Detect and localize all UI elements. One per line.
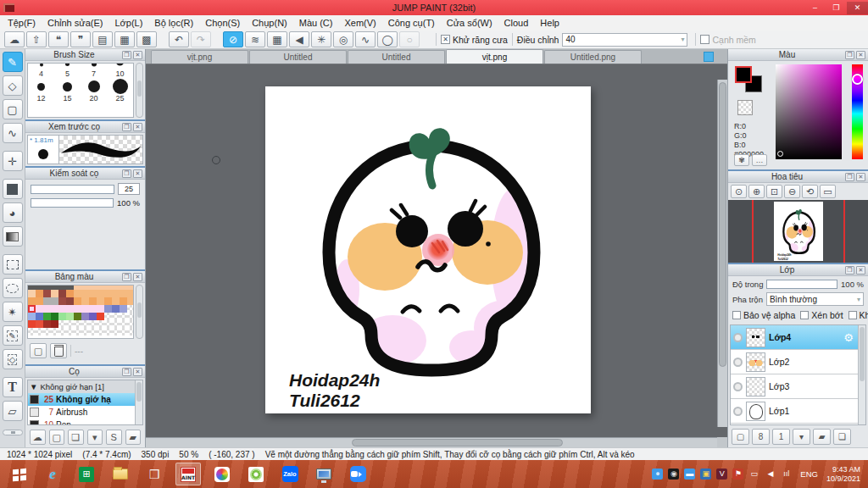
palette-swatch[interactable]: [97, 320, 104, 328]
camera-tray-icon[interactable]: ◉: [668, 469, 679, 480]
palette-swatch[interactable]: [112, 328, 120, 336]
popout-icon[interactable]: ❐: [122, 123, 131, 131]
brush-size-cell[interactable]: [107, 64, 133, 69]
layer-menu-arrow-icon[interactable]: ▾: [793, 429, 810, 445]
palette-swatch[interactable]: [127, 297, 134, 305]
fit-screen-icon[interactable]: ⊡: [766, 185, 782, 198]
power-tray-icon[interactable]: ▭: [748, 469, 760, 480]
new-swatch-icon[interactable]: ▢: [30, 343, 47, 358]
move-tool[interactable]: ✛: [3, 151, 23, 171]
palette-swatch[interactable]: [127, 328, 134, 336]
palette-swatch[interactable]: [28, 297, 36, 305]
tab-scroll-button[interactable]: [704, 52, 714, 62]
menu-item[interactable]: Cloud: [498, 18, 535, 28]
brush-size-scrollbar[interactable]: [136, 63, 143, 118]
canvas-paper[interactable]: [265, 86, 591, 413]
add-8bit-layer-icon[interactable]: 8: [752, 429, 770, 445]
zoom-actual-icon[interactable]: ⊙: [731, 185, 747, 198]
palette-swatch[interactable]: [97, 313, 104, 320]
palette-swatch[interactable]: [66, 297, 74, 305]
grid-snap-icon[interactable]: ▦: [267, 31, 287, 47]
brush-size-cell[interactable]: [28, 79, 54, 94]
palette-swatch[interactable]: [74, 297, 81, 305]
brush-menu-arrow-icon[interactable]: ▾: [87, 430, 103, 445]
palette-swatch[interactable]: [89, 290, 97, 297]
adjust-dropdown[interactable]: 40 ▾: [562, 33, 687, 47]
document-icon[interactable]: ▤: [92, 31, 113, 47]
restore-button[interactable]: ❐: [826, 2, 847, 14]
canvas-tab[interactable]: Untitled: [348, 50, 445, 64]
gear-icon[interactable]: ⚙: [843, 331, 854, 344]
brush-row[interactable]: 25Không giớ hạ: [28, 393, 135, 406]
menu-item[interactable]: Tệp(F): [2, 18, 42, 28]
brush-tool[interactable]: ✎: [3, 52, 23, 72]
palette-swatch[interactable]: [104, 290, 112, 297]
palette-swatch[interactable]: [112, 305, 120, 313]
palette-swatch[interactable]: [36, 320, 43, 328]
polyline-tool[interactable]: ∿: [3, 123, 23, 143]
brush-group-row[interactable]: ▼ Không giớ hạn [1]: [28, 380, 135, 393]
layer-visibility-toggle[interactable]: [733, 382, 743, 391]
brush-list-scrollbar[interactable]: [135, 380, 142, 424]
palette-swatch[interactable]: [66, 313, 74, 320]
cloud-icon[interactable]: ☁: [4, 31, 25, 47]
annotation-icon[interactable]: ❞: [70, 31, 91, 47]
transparent-color-swatch[interactable]: [737, 100, 753, 115]
palette-swatch[interactable]: [43, 320, 51, 328]
palette-swatch[interactable]: [120, 328, 127, 336]
palette-swatch[interactable]: [127, 320, 134, 328]
folder-icon[interactable]: ▰: [125, 430, 142, 445]
close-icon[interactable]: ✕: [856, 173, 865, 181]
menu-item[interactable]: Công cụ(T): [382, 18, 441, 28]
palette-swatch[interactable]: [66, 305, 74, 313]
vanishing-point-icon[interactable]: ◀: [289, 31, 309, 47]
palette-swatch[interactable]: [36, 328, 43, 336]
devices[interactable]: ❒: [142, 463, 167, 485]
palette-swatch[interactable]: [97, 290, 104, 297]
comment-icon[interactable]: ❝: [48, 31, 69, 47]
palette-swatch[interactable]: [28, 305, 36, 313]
palette-swatch[interactable]: [74, 290, 81, 297]
palette-swatch[interactable]: [120, 320, 127, 328]
brush-size-slider[interactable]: [31, 185, 114, 194]
palette-swatch[interactable]: [28, 320, 36, 328]
brush-size-value[interactable]: 25: [118, 183, 140, 195]
select-rect-tool[interactable]: [3, 254, 23, 274]
close-icon[interactable]: ✕: [133, 51, 142, 59]
popout-icon[interactable]: ❐: [122, 368, 131, 376]
palette-swatch[interactable]: [58, 290, 66, 297]
layer-visibility-toggle[interactable]: [733, 407, 743, 416]
palette-swatch[interactable]: [58, 328, 66, 336]
layer-visibility-toggle[interactable]: [733, 358, 743, 367]
palette-swatch[interactable]: [81, 320, 89, 328]
brush-size-cell[interactable]: [81, 64, 107, 69]
popout-icon[interactable]: ❐: [845, 173, 854, 181]
menu-item[interactable]: Chụp(N): [246, 18, 293, 28]
fill-rect-tool[interactable]: [3, 179, 23, 199]
palette-swatch[interactable]: [120, 313, 127, 320]
popout-icon[interactable]: ❐: [122, 273, 131, 281]
palette-swatch[interactable]: [112, 320, 120, 328]
menu-item[interactable]: Màu (C): [293, 18, 339, 28]
menu-item[interactable]: Chọn(S): [199, 18, 246, 28]
chat-tray-icon[interactable]: ▬: [684, 469, 695, 480]
menu-item[interactable]: Chỉnh sửa(E): [42, 18, 108, 28]
network-tray-icon[interactable]: ııl: [781, 469, 792, 480]
popout-icon[interactable]: ❐: [122, 169, 131, 178]
zoom-app[interactable]: [345, 463, 370, 485]
layer-visibility-toggle[interactable]: [733, 333, 743, 342]
palette-swatch[interactable]: [58, 320, 66, 328]
palette-swatch[interactable]: [104, 313, 112, 320]
palette-swatch[interactable]: [89, 313, 97, 320]
clipping-checkbox[interactable]: Xén bớt: [800, 310, 843, 320]
palette-swatch[interactable]: [66, 320, 74, 328]
select-pen-tool[interactable]: ✎: [3, 325, 23, 346]
v-app-tray-icon[interactable]: V: [716, 469, 727, 480]
palette-swatch[interactable]: [89, 305, 97, 313]
close-icon[interactable]: ✕: [133, 169, 142, 178]
canvas-tab[interactable]: Untitled.png: [544, 50, 642, 64]
palette-swatch[interactable]: [97, 297, 104, 305]
shape-pointer-tool[interactable]: ▱: [3, 401, 23, 421]
palette-swatch[interactable]: [43, 313, 51, 320]
close-icon[interactable]: ✕: [133, 368, 142, 376]
